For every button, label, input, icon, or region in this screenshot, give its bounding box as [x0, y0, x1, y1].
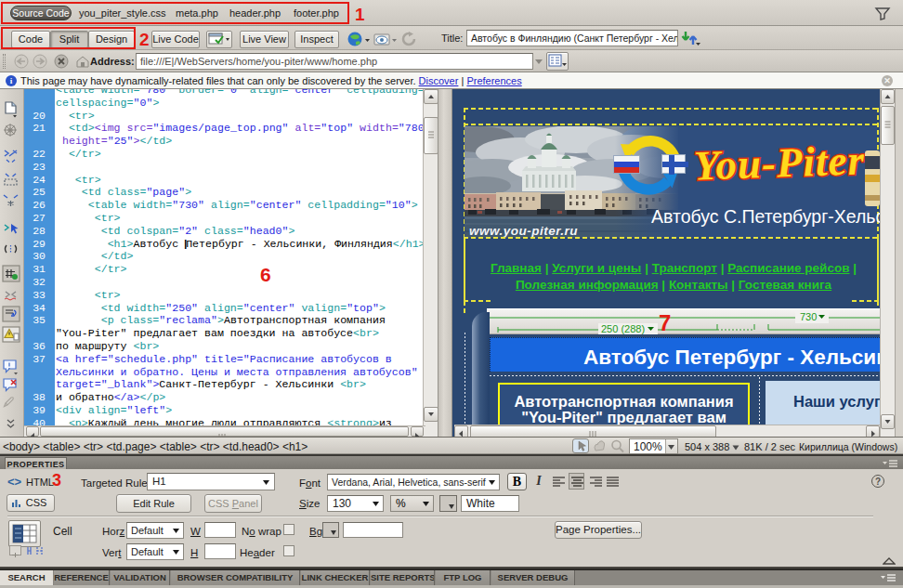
svg-text:730: 730	[800, 311, 817, 322]
svg-text:250 (288): 250 (288)	[601, 323, 645, 334]
